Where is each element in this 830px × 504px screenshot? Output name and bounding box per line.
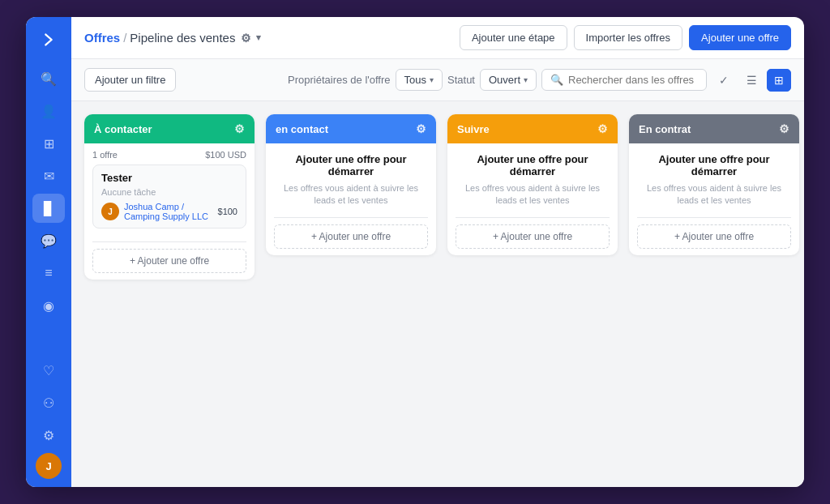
col-header-a-contacter: À contacter ⚙ <box>84 114 255 143</box>
sidebar-item-users[interactable]: ⚇ <box>32 388 65 417</box>
owner-label: Propriétaires de l'offre <box>288 74 391 86</box>
search-icon: 🔍 <box>41 71 57 87</box>
empty-desc-suivre: Les offres vous aident à suivre les lead… <box>456 182 610 207</box>
filter-group: Propriétaires de l'offre Tous ▾ Statut O… <box>288 69 791 92</box>
empty-title-en-contact: Ajouter une offre pour démarrer <box>274 153 428 177</box>
deal-count: 1 offre <box>92 150 118 160</box>
users-icon: ⚇ <box>43 395 54 411</box>
kanban-board: À contacter ⚙ 1 offre $100 USD Tester Au… <box>71 101 804 487</box>
sidebar-item-settings[interactable]: ⚙ <box>32 421 65 450</box>
topbar-actions: Ajouter une étape Importer les offres Aj… <box>460 25 791 50</box>
add-offer-col-button-en-contrat[interactable]: + Ajouter une offre <box>637 224 791 249</box>
kanban-col-en-contact: en contact ⚙ Ajouter une offre pour déma… <box>266 114 436 255</box>
status-label: Statut <box>447 74 475 86</box>
status-chevron-icon: ▾ <box>524 75 528 84</box>
chat-icon: 💬 <box>41 233 57 249</box>
breadcrumb-root[interactable]: Offres <box>84 31 120 45</box>
search-box[interactable]: 🔍 <box>541 69 707 91</box>
col-title-en-contrat: En contrat <box>639 123 691 135</box>
heart-icon: ♡ <box>43 363 54 378</box>
filterbar: Ajouter un filtre Propriétaires de l'off… <box>71 59 804 101</box>
user-avatar[interactable]: J <box>36 453 62 479</box>
col-divider <box>92 241 246 242</box>
deal-card[interactable]: Tester Aucune tâche J Joshua Camp /Campi… <box>92 164 246 229</box>
sidebar: 🔍 👤 ⊞ ✉ ▊ 💬 ≡ ◉ ♡ ⚇ <box>26 17 71 487</box>
list-view-check-button[interactable]: ✓ <box>712 69 736 92</box>
reports-icon: ≡ <box>45 266 52 280</box>
col-title-en-contact: en contact <box>276 123 328 135</box>
sidebar-bottom: ♡ ⚇ ⚙ J <box>32 356 65 479</box>
deal-meta: 1 offre $100 USD <box>92 150 246 160</box>
col-title-suivre: Suivre <box>457 123 490 135</box>
sidebar-logo[interactable] <box>34 25 63 54</box>
col-settings-icon-a-contacter[interactable]: ⚙ <box>234 122 245 135</box>
deal-name: Tester <box>101 172 237 184</box>
topbar: Offres / Pipeline des ventes ⚙ ▾ Ajouter… <box>71 17 804 59</box>
col-title-a-contacter: À contacter <box>94 123 152 135</box>
import-offers-button[interactable]: Importer les offres <box>574 25 683 50</box>
deal-contact: J Joshua Camp /Camping Supply LLC $100 <box>101 202 237 221</box>
sidebar-item-chat[interactable]: 💬 <box>32 226 65 255</box>
kanban-col-en-contrat: En contrat ⚙ Ajouter une offre pour déma… <box>629 114 799 255</box>
empty-title-en-contrat: Ajouter une offre pour démarrer <box>637 153 791 177</box>
add-offer-col-button-en-contact[interactable]: + Ajouter une offre <box>274 224 428 249</box>
contact-amount: $100 <box>218 207 237 216</box>
col-empty-en-contrat: Ajouter une offre pour démarrer Les offr… <box>629 143 799 217</box>
add-filter-button[interactable]: Ajouter un filtre <box>84 68 176 92</box>
col-header-suivre: Suivre ⚙ <box>447 114 618 143</box>
add-offer-button[interactable]: Ajouter une offre <box>689 25 791 50</box>
pipeline-chevron-icon[interactable]: ▾ <box>256 32 261 43</box>
kanban-col-a-contacter: À contacter ⚙ 1 offre $100 USD Tester Au… <box>84 114 255 280</box>
col-divider <box>456 217 610 218</box>
breadcrumb: Offres / Pipeline des ventes ⚙ ▾ <box>84 31 453 45</box>
sidebar-item-search[interactable]: 🔍 <box>32 64 65 93</box>
owner-select[interactable]: Tous ▾ <box>396 69 443 91</box>
sidebar-item-contacts[interactable]: 👤 <box>32 96 65 126</box>
chart-icon: ◉ <box>43 298 54 314</box>
pipeline-settings-icon[interactable]: ⚙ <box>238 31 253 45</box>
col-divider <box>274 217 428 218</box>
status-select[interactable]: Ouvert ▾ <box>480 69 537 91</box>
owner-value: Tous <box>404 74 426 86</box>
breadcrumb-separator: / <box>123 31 126 45</box>
status-value: Ouvert <box>489 74 520 86</box>
col-body-a-contacter: 1 offre $100 USD Tester Aucune tâche J J… <box>84 143 255 241</box>
owner-chevron-icon: ▾ <box>430 75 434 84</box>
person-icon: 👤 <box>41 104 57 119</box>
empty-desc-en-contrat: Les offres vous aident à suivre les lead… <box>637 182 791 207</box>
email-icon: ✉ <box>44 169 54 184</box>
sidebar-item-pipeline[interactable]: ⊞ <box>32 129 65 158</box>
sidebar-item-favorites[interactable]: ♡ <box>32 356 65 385</box>
deal-total: $100 USD <box>205 150 246 160</box>
search-input[interactable] <box>568 74 698 86</box>
add-offer-col-button-a-contacter[interactable]: + Ajouter une offre <box>92 249 246 273</box>
sidebar-item-reports[interactable]: ≡ <box>32 258 65 288</box>
empty-title-suivre: Ajouter une offre pour démarrer <box>456 153 610 177</box>
grid-icon: ⊞ <box>44 136 54 152</box>
settings-icon: ⚙ <box>43 428 54 443</box>
kanban-col-suivre: Suivre ⚙ Ajouter une offre pour démarrer… <box>447 114 618 255</box>
contact-avatar: J <box>101 203 119 220</box>
deal-task: Aucune tâche <box>101 187 237 197</box>
sidebar-item-charts[interactable]: ◉ <box>32 291 65 320</box>
add-offer-col-button-suivre[interactable]: + Ajouter une offre <box>456 224 610 249</box>
sidebar-item-deals[interactable]: ▊ <box>32 194 65 223</box>
list-view-button[interactable]: ☰ <box>739 69 764 92</box>
app-window: 🔍 👤 ⊞ ✉ ▊ 💬 ≡ ◉ ♡ ⚇ <box>26 17 804 487</box>
sidebar-item-email[interactable]: ✉ <box>32 161 65 190</box>
deals-icon: ▊ <box>44 201 53 216</box>
col-settings-icon-en-contact[interactable]: ⚙ <box>416 122 426 135</box>
main-content: Offres / Pipeline des ventes ⚙ ▾ Ajouter… <box>71 17 804 487</box>
col-settings-icon-suivre[interactable]: ⚙ <box>597 122 608 135</box>
add-stage-button[interactable]: Ajouter une étape <box>460 25 567 50</box>
contact-name[interactable]: Joshua Camp /Camping Supply LLC <box>124 202 208 221</box>
search-icon: 🔍 <box>550 74 563 86</box>
breadcrumb-current: Pipeline des ventes <box>130 31 235 45</box>
col-empty-en-contact: Ajouter une offre pour démarrer Les offr… <box>266 143 436 217</box>
col-settings-icon-en-contrat[interactable]: ⚙ <box>779 122 789 135</box>
empty-desc-en-contact: Les offres vous aident à suivre les lead… <box>274 182 428 207</box>
col-header-en-contact: en contact ⚙ <box>266 114 436 143</box>
col-divider <box>637 217 791 218</box>
kanban-view-button[interactable]: ⊞ <box>767 69 791 92</box>
col-header-en-contrat: En contrat ⚙ <box>629 114 799 143</box>
